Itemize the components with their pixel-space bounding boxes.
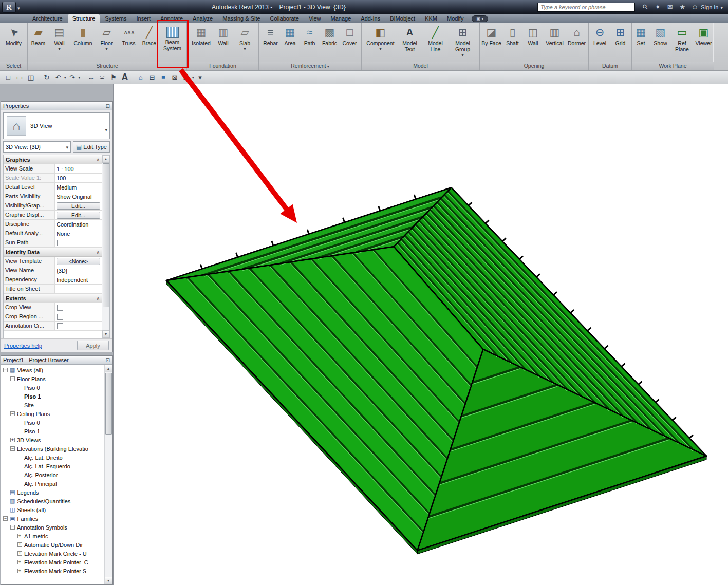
tab-kkm[interactable]: KKM [420,14,442,23]
section-header-extents[interactable]: Extents∧ [4,294,102,303]
scroll-track[interactable] [102,163,110,330]
isolated-button[interactable]: ▦Isolated [190,24,213,62]
edit-button[interactable]: Edit... [57,202,100,210]
panel-label[interactable]: Opening [480,62,588,70]
thin-lines-icon[interactable]: ≡ [158,72,169,83]
tree-item-al-posterior[interactable]: Alç. Posterior [1,470,104,479]
area-button[interactable]: ▦Area [281,24,300,62]
ref-plane-button[interactable]: ▭Ref Plane [671,24,694,62]
project-browser-header[interactable]: Project1 - Project Browser ⊡ [1,356,112,365]
collapse-icon[interactable]: − [3,516,8,521]
property-value[interactable]: Coordination [55,220,102,229]
model-text-button[interactable]: AModel Text [397,24,423,62]
sign-in-caret-icon[interactable] [720,4,723,10]
tree-item-a1-metric[interactable]: +A1 metric [1,532,104,540]
section-icon[interactable]: ⊟ [147,72,157,83]
property-value[interactable]: 1 : 100 [55,164,102,173]
truss-button[interactable]: ∧∧∧Truss [118,24,140,62]
open-icon[interactable]: ▭ [14,72,25,83]
collapse-icon[interactable]: − [10,411,15,416]
switch-windows-icon[interactable]: ⊞ [181,72,191,83]
scroll-thumb[interactable] [103,163,109,307]
customize-qat-icon[interactable]: ▾ [195,72,206,83]
none-button[interactable]: <None> [57,258,100,265]
collapse-icon[interactable]: − [10,446,15,451]
property-value[interactable]: Independent [55,275,102,284]
properties-scrollbar[interactable] [102,155,109,338]
collapse-icon[interactable]: − [10,525,15,530]
edit-button[interactable]: Edit... [57,212,100,219]
property-value[interactable]: 100 [55,174,102,182]
viewer-button[interactable]: ▣Viewer [694,24,714,62]
property-value[interactable]: Show Original [55,192,102,201]
beam-system-button[interactable]: Beam System [159,24,186,62]
tree-item-elevation-mark-circle-u[interactable]: +Elevation Mark Circle - U [1,549,104,558]
tag-icon[interactable]: ⚑ [108,72,119,83]
dropdown-caret-icon[interactable]: ▾ [64,76,66,80]
panel-label[interactable]: Select [0,62,27,70]
communication-center-icon[interactable]: ✉ [666,3,674,11]
panel-label[interactable]: Model [362,62,479,70]
dropdown-caret-icon[interactable]: ▾ [379,47,381,51]
tree-item-piso-1[interactable]: Piso 1 [1,427,104,436]
crop-region-checkbox[interactable] [57,314,63,320]
panel-caret-icon[interactable]: ▾ [326,64,329,69]
tab-view[interactable]: View [304,14,326,23]
collapse-icon[interactable]: − [3,368,8,372]
vertical-button[interactable]: ▥Vertical [544,24,566,62]
application-menu-button[interactable]: R [2,2,20,13]
tree-item-views-all[interactable]: −▦Views (all) [1,366,104,374]
brace-button[interactable]: ╱Brace [140,24,159,62]
scroll-thumb[interactable] [105,373,112,435]
tab-architecture[interactable]: Architecture [28,14,67,23]
tree-item-ceiling-plans[interactable]: −Ceiling Plans [1,409,104,418]
collapse-icon[interactable]: − [10,376,15,381]
collapse-chevron-icon[interactable]: ∧ [96,296,100,301]
beam-button[interactable]: ▰Beam [28,24,49,62]
type-selector[interactable]: ⌂ 3D View [3,112,110,139]
tab-manage[interactable]: Manage [326,14,356,23]
model-line-button[interactable]: ╱Model Line [423,24,449,62]
set-button[interactable]: ▦Set [632,24,650,62]
slab-button[interactable]: ▱Slab▾ [234,24,256,62]
column-button[interactable]: ▮Column [70,24,96,62]
type-selector-caret-icon[interactable] [105,124,107,134]
scroll-up-icon[interactable] [105,365,113,372]
tab-bimobject[interactable]: BIMobject [385,14,420,23]
wall-button[interactable]: ◫Wall [523,24,544,62]
ribbon-display-toggle-button[interactable]: ▣ ▾ [472,15,488,22]
save-icon[interactable]: ◫ [26,72,36,83]
dropdown-caret-icon[interactable]: ▾ [461,53,463,58]
tab-collaborate[interactable]: Collaborate [266,14,304,23]
section-header-identity-data[interactable]: Identity Data∧ [4,248,102,257]
favorites-icon[interactable]: ★ [678,3,686,11]
panel-options-icon[interactable]: ⊡ [106,103,110,109]
synchronize-icon[interactable]: ↻ [42,72,52,83]
undo-icon[interactable]: ↶ [53,72,63,83]
expand-icon[interactable]: + [17,551,22,556]
tree-item-legends[interactable]: ▤Legends [1,488,104,497]
tree-item-piso-1[interactable]: Piso 1 [1,392,104,401]
tree-item-floor-plans[interactable]: −Floor Plans [1,374,104,383]
tab-systems[interactable]: Systems [100,14,131,23]
tree-item-piso-0[interactable]: Piso 0 [1,383,104,392]
grid-button[interactable]: ⊞Grid [610,24,631,62]
tab-massing-site[interactable]: Massing & Site [218,14,265,23]
sun-path-checkbox[interactable] [57,240,63,246]
close-hidden-windows-icon[interactable]: ⊠ [170,72,180,83]
panel-label[interactable]: Work Plane [632,62,714,70]
properties-help-link[interactable]: Properties help [4,343,42,349]
expand-icon[interactable]: + [17,569,22,573]
tree-item-elevation-mark-pointer-s[interactable]: +Elevation Mark Pointer S [1,567,104,575]
tree-item-piso-0[interactable]: Piso 0 [1,418,104,427]
level-button[interactable]: ⊖Level [590,24,610,62]
wall-button[interactable]: ▤Wall▾ [49,24,70,62]
crop-view-checkbox[interactable] [57,305,63,311]
tab-structure[interactable]: Structure [68,14,100,23]
property-value[interactable] [55,285,102,293]
tree-item-schedules-quantities[interactable]: ▥Schedules/Quantities [1,497,104,505]
shaft-button[interactable]: ▯Shaft [502,24,523,62]
new-icon[interactable]: □ [3,72,13,83]
expand-icon[interactable]: + [10,438,15,442]
section-header-graphics[interactable]: Graphics∧ [4,155,102,164]
